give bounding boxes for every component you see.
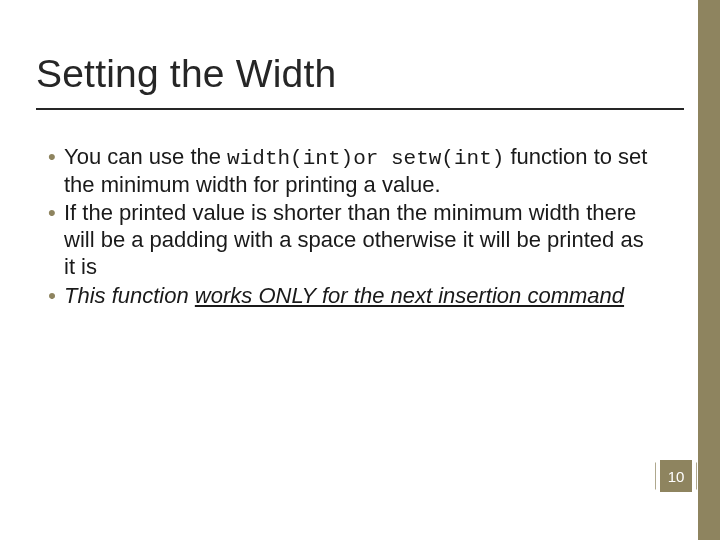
bullet-text-underlined: works ONLY for the next insertion comman…: [195, 283, 624, 308]
bullet-item: This function works ONLY for the next in…: [48, 283, 658, 310]
bullet-text: You can use the: [64, 144, 227, 169]
bullet-text: If the printed value is shorter than the…: [64, 200, 644, 279]
bullet-item: If the printed value is shorter than the…: [48, 200, 658, 280]
code-span: width(int)or setw(int): [227, 147, 504, 170]
page-number: 10: [668, 468, 685, 485]
decorative-right-bar: [698, 0, 720, 540]
page-number-badge: 10: [660, 460, 692, 492]
title-underline: [36, 108, 684, 110]
slide-title: Setting the Width: [36, 52, 336, 96]
bullet-text: This function: [64, 283, 195, 308]
slide: Setting the Width You can use the width(…: [0, 0, 720, 540]
slide-body: You can use the width(int)or setw(int) f…: [48, 144, 658, 312]
bullet-item: You can use the width(int)or setw(int) f…: [48, 144, 658, 198]
